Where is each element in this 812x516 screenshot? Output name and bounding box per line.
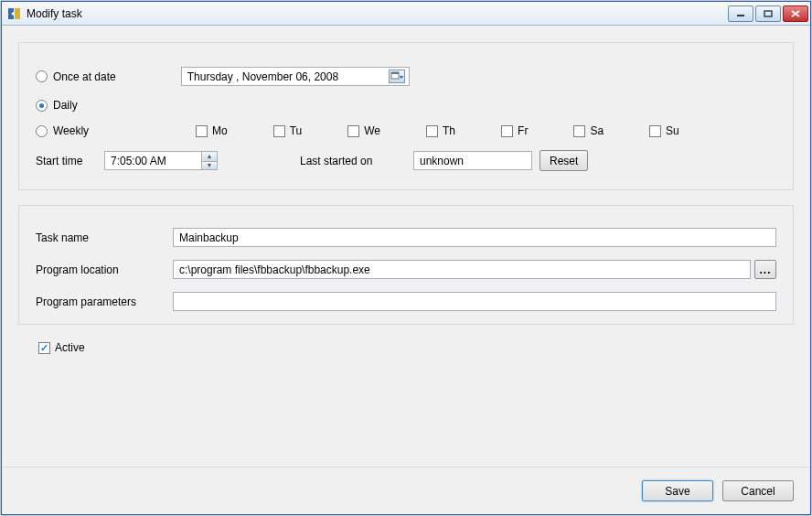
start-time-row: Start time 7:05:00 AM ▲ ▼ Last started o…	[36, 150, 776, 171]
active-checkbox[interactable]: Active	[38, 341, 774, 354]
program-params-label: Program parameters	[36, 296, 173, 308]
svg-rect-2	[737, 15, 744, 16]
date-picker[interactable]: Thursday , November 06, 2008	[181, 67, 410, 86]
client-area: Once at date Thursday , November 06, 200…	[2, 26, 810, 467]
svg-rect-5	[391, 72, 399, 74]
last-started-value[interactable]: unknown	[413, 151, 532, 170]
task-group: Task name Mainbackup Program location c:…	[18, 205, 794, 325]
checkbox-th[interactable]	[426, 125, 438, 137]
window-title: Modify task	[27, 7, 728, 20]
weekday-fr[interactable]: Fr	[501, 124, 528, 137]
checkbox-active[interactable]	[38, 342, 50, 354]
spinner-down-icon[interactable]: ▼	[201, 161, 217, 170]
checkbox-tu[interactable]	[273, 125, 285, 137]
weekday-th[interactable]: Th	[426, 124, 455, 137]
checkbox-fr[interactable]	[501, 125, 513, 137]
spinner-up-icon[interactable]: ▲	[201, 152, 217, 161]
checkbox-su[interactable]	[649, 125, 661, 137]
weekday-mo[interactable]: Mo	[196, 124, 228, 137]
save-button[interactable]: Save	[642, 480, 713, 501]
checkbox-mo[interactable]	[196, 125, 208, 137]
cancel-button[interactable]: Cancel	[722, 480, 794, 501]
radio-once[interactable]: Once at date	[36, 70, 116, 83]
weekday-row: Mo Tu We Th Fr Sa Su	[196, 124, 700, 137]
active-label: Active	[55, 341, 85, 354]
schedule-group: Once at date Thursday , November 06, 200…	[18, 42, 794, 190]
task-name-label: Task name	[36, 231, 173, 244]
radio-weekly[interactable]: Weekly	[36, 124, 136, 137]
calendar-dropdown-icon[interactable]	[389, 70, 405, 83]
minimize-button[interactable]	[728, 5, 753, 22]
maximize-button[interactable]	[755, 5, 781, 22]
weekday-su[interactable]: Su	[649, 124, 679, 137]
last-started-label: Last started on	[300, 155, 391, 167]
radio-daily[interactable]: Daily	[36, 99, 78, 112]
radio-once-input[interactable]	[36, 70, 48, 82]
radio-daily-label: Daily	[53, 99, 78, 112]
program-location-input[interactable]: c:\program files\fbbackup\fbbackup.exe	[173, 260, 751, 279]
radio-weekly-input[interactable]	[36, 125, 48, 137]
close-button[interactable]	[783, 5, 808, 22]
start-time-spinner[interactable]: 7:05:00 AM ▲ ▼	[104, 151, 218, 170]
start-time-label: Start time	[36, 155, 104, 167]
checkbox-sa[interactable]	[573, 125, 585, 137]
app-icon	[7, 6, 22, 21]
title-buttons	[728, 5, 808, 22]
date-picker-value: Thursday , November 06, 2008	[187, 70, 389, 83]
task-name-input[interactable]: Mainbackup	[173, 228, 776, 247]
radio-daily-input[interactable]	[36, 100, 48, 112]
weekday-tu[interactable]: Tu	[273, 124, 303, 137]
program-params-input[interactable]	[173, 292, 776, 311]
footer: Save Cancel	[2, 467, 810, 514]
radio-weekly-label: Weekly	[53, 124, 89, 137]
start-time-value[interactable]: 7:05:00 AM	[105, 155, 201, 167]
svg-rect-1	[15, 8, 20, 19]
program-location-label: Program location	[36, 263, 173, 276]
svg-rect-3	[764, 11, 772, 16]
window: Modify task Once at date Thursday , Nove…	[1, 1, 811, 515]
browse-button[interactable]: ...	[754, 260, 776, 279]
checkbox-we[interactable]	[347, 125, 359, 137]
weekday-we[interactable]: We	[347, 124, 380, 137]
radio-once-label: Once at date	[53, 70, 116, 83]
active-row: Active	[38, 341, 794, 354]
reset-button[interactable]: Reset	[540, 150, 588, 171]
titlebar: Modify task	[2, 2, 810, 26]
weekday-sa[interactable]: Sa	[573, 124, 604, 137]
